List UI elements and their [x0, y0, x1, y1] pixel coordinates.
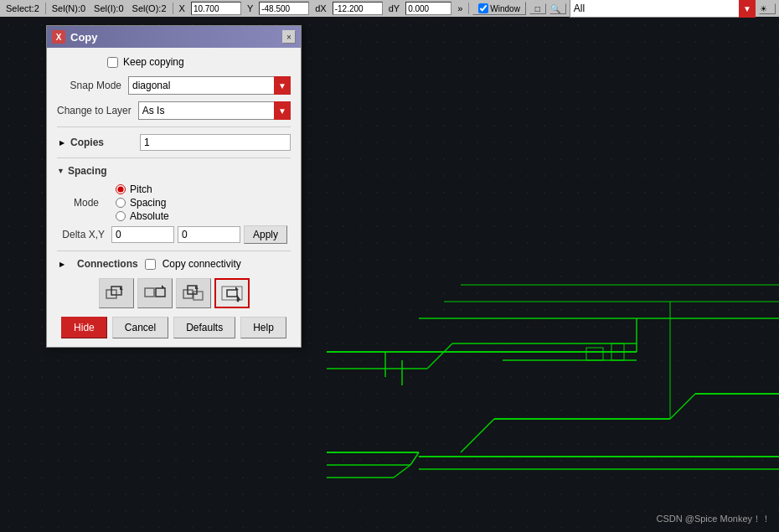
connections-expand-icon[interactable]: ▶ — [57, 259, 67, 269]
snap-mode-row: Snap Mode diagonalorthogonalany ▼ — [57, 76, 291, 95]
copy-mode-2-button[interactable] — [137, 278, 173, 308]
svg-rect-43 — [227, 290, 237, 297]
snap-mode-label: Snap Mode — [57, 80, 128, 91]
svg-marker-44 — [235, 287, 239, 290]
divider-2 — [57, 158, 291, 158]
spacing-expand-icon[interactable]: ▼ — [57, 167, 64, 175]
spacing-section: ▼ Spacing Mode Pitch Spacing — [57, 165, 291, 244]
dialog-title-left: X Copy — [52, 30, 98, 44]
change-to-layer-row: Change to Layer As Is ▼ — [57, 101, 291, 120]
mode-radio-group: Pitch Spacing Absolute — [116, 183, 169, 222]
copies-input[interactable] — [140, 134, 291, 151]
connections-title: Connections — [77, 258, 138, 270]
copy-dialog: X Copy × Keep copying Snap Mode diagonal… — [46, 25, 302, 348]
watermark: CSDN @Spice Monkey！！ — [657, 513, 771, 525]
sel-o-count: Sel(O):2 — [130, 3, 169, 13]
absolute-label: Absolute — [130, 210, 169, 222]
svg-rect-34 — [145, 288, 154, 297]
sel-i-count: Sel(I):0 — [91, 3, 126, 13]
hide-button[interactable]: Hide — [61, 317, 107, 338]
y-label: Y — [245, 3, 255, 13]
copy-mode-3-icon — [182, 283, 205, 303]
dy-label: dY — [386, 3, 402, 13]
divider-3 — [57, 251, 291, 251]
copies-label: Copies — [70, 137, 104, 148]
window-button[interactable]: Window — [472, 2, 526, 15]
keep-copying-row: Keep copying — [57, 56, 291, 68]
dx-input[interactable] — [333, 2, 383, 15]
dialog-body: Keep copying Snap Mode diagonalorthogona… — [47, 48, 301, 347]
toolbar-icon-btn[interactable]: □ — [529, 3, 546, 14]
help-button[interactable]: Help — [240, 317, 286, 338]
defaults-button[interactable]: Defaults — [173, 317, 235, 338]
sel-n-count: Sel(N):0 — [49, 3, 88, 13]
copy-mode-1-button[interactable] — [99, 278, 134, 308]
copy-mode-4-icon — [220, 283, 244, 303]
x-label: X — [177, 3, 188, 13]
keep-copying-checkbox[interactable] — [107, 57, 118, 68]
toolbar-extra-btn[interactable]: ☀ — [759, 3, 776, 14]
copies-row: ▶ Copies — [57, 134, 291, 151]
dialog-close-button[interactable]: × — [282, 30, 296, 44]
copy-connectivity-label: Copy connectivity — [163, 258, 241, 270]
svg-rect-40 — [193, 292, 203, 300]
snap-mode-select[interactable]: diagonalorthogonalany — [128, 76, 291, 95]
copy-mode-1-icon — [105, 283, 128, 303]
pitch-radio-item: Pitch — [116, 183, 169, 195]
mode-label: Mode — [74, 197, 116, 209]
spacing-header: ▼ Spacing — [57, 165, 291, 177]
sep1 — [45, 3, 46, 14]
top-toolbar: Select:2 Sel(N):0 Sel(I):0 Sel(O):2 X Y … — [0, 0, 779, 17]
connections-row: ▶ Connections Copy connectivity — [57, 258, 291, 270]
delta-x-input[interactable] — [111, 226, 174, 243]
absolute-radio-item: Absolute — [116, 210, 169, 222]
absolute-radio[interactable] — [116, 211, 126, 221]
y-input[interactable] — [259, 2, 309, 15]
snap-mode-dropdown-wrapper[interactable]: diagonalorthogonalany ▼ — [128, 76, 291, 95]
layer-dropdown-wrapper[interactable]: As Is ▼ — [138, 101, 291, 120]
delta-xy-label: Delta X,Y — [57, 229, 111, 240]
delta-y-input[interactable] — [178, 226, 240, 243]
spacing-label: Spacing — [130, 197, 166, 209]
dy-input[interactable] — [405, 2, 451, 15]
svg-rect-35 — [156, 288, 165, 297]
apply-button[interactable]: Apply — [244, 225, 287, 244]
svg-marker-37 — [162, 285, 165, 288]
dialog-titlebar: X Copy × — [47, 26, 301, 48]
dialog-app-icon: X — [52, 30, 65, 44]
all-dropdown-wrapper[interactable]: All ▼ — [570, 0, 756, 18]
copy-mode-2-icon — [143, 283, 167, 303]
divider-1 — [57, 127, 291, 127]
dialog-title-text: Copy — [70, 31, 98, 44]
pitch-radio[interactable] — [116, 184, 126, 194]
window-label: Window — [490, 4, 520, 13]
cancel-button[interactable]: Cancel — [112, 317, 168, 338]
icon-buttons-row — [57, 278, 291, 308]
sep2 — [173, 3, 173, 14]
arrow-symbol: » — [455, 3, 465, 13]
copy-mode-3-button[interactable] — [176, 278, 211, 308]
spacing-radio-item: Spacing — [116, 197, 169, 209]
sep3 — [468, 3, 469, 14]
bottom-buttons: Hide Cancel Defaults Help — [57, 317, 291, 338]
window-checkbox[interactable] — [478, 3, 488, 13]
change-to-layer-label: Change to Layer — [57, 105, 138, 116]
pitch-label: Pitch — [130, 183, 152, 195]
mode-row: Mode Pitch Spacing Absolute — [57, 183, 291, 222]
layer-select[interactable]: As Is — [138, 101, 291, 120]
delta-xy-row: Delta X,Y Apply — [57, 225, 291, 244]
all-select[interactable]: All — [570, 0, 756, 18]
copy-mode-4-button[interactable] — [214, 278, 250, 308]
dx-label: dX — [312, 3, 328, 13]
copy-connectivity-checkbox[interactable] — [145, 259, 156, 270]
spacing-radio[interactable] — [116, 198, 126, 208]
x-input[interactable] — [191, 2, 241, 15]
keep-copying-label: Keep copying — [123, 56, 184, 68]
spacing-title: Spacing — [68, 165, 107, 177]
select-count: Select:2 — [3, 3, 42, 13]
toolbar-zoom-btn[interactable]: 🔍 — [549, 3, 566, 14]
svg-marker-45 — [237, 295, 240, 302]
copies-expand-icon[interactable]: ▶ — [57, 137, 67, 147]
